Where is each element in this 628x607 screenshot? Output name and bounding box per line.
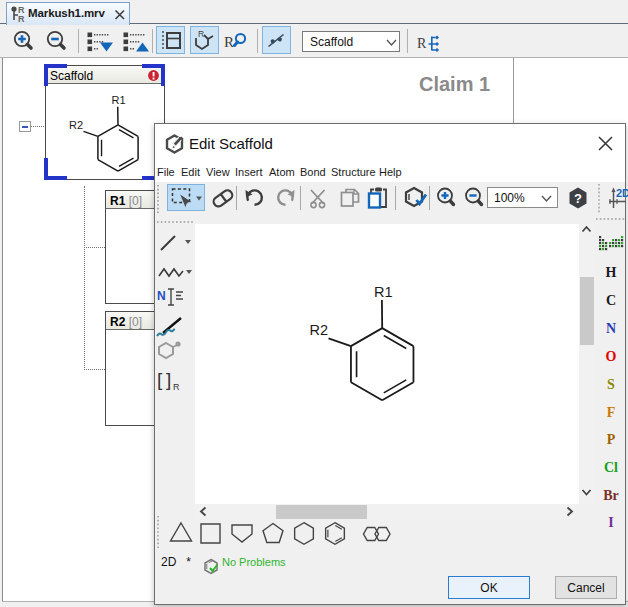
- svg-text:R: R: [224, 34, 234, 50]
- svg-text:R: R: [198, 29, 204, 39]
- svg-text:R1: R1: [111, 94, 125, 106]
- svg-text:R: R: [18, 14, 25, 24]
- svg-text:2D: 2D: [616, 187, 628, 199]
- svg-text:R: R: [417, 36, 427, 51]
- svg-text:N: N: [157, 289, 166, 303]
- svg-text:R1: R1: [374, 284, 393, 300]
- svg-text:R2: R2: [69, 119, 83, 131]
- svg-text:R: R: [173, 382, 180, 392]
- svg-text:R2: R2: [309, 322, 328, 338]
- svg-text:[: [: [157, 369, 163, 390]
- svg-text:]: ]: [166, 369, 171, 390]
- svg-text:?: ?: [574, 191, 582, 206]
